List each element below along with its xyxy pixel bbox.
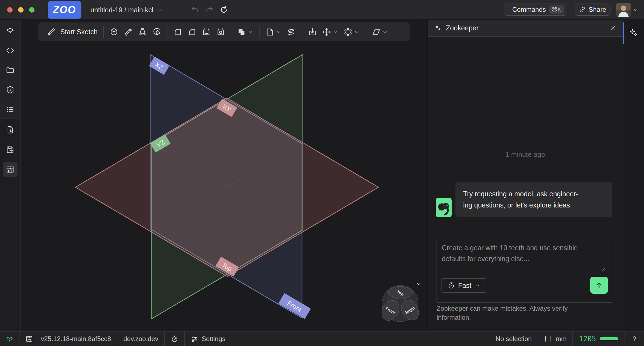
chat-input-divider — [428, 234, 623, 234]
network-status[interactable] — [0, 331, 19, 346]
app-version[interactable]: v25.12.18-main.8af5cc8 — [39, 331, 117, 346]
sidebar-item-make[interactable] — [3, 162, 18, 177]
plane-button[interactable] — [263, 25, 284, 39]
help-label: ? — [632, 335, 636, 343]
parallelogram-icon — [372, 27, 381, 37]
move-arrows-icon — [322, 27, 331, 37]
undo-button[interactable] — [189, 4, 201, 16]
zookeeper-avatar — [436, 198, 452, 217]
loft-icon — [138, 27, 147, 37]
chamfer-button[interactable] — [185, 25, 199, 39]
make-status-button[interactable] — [19, 331, 39, 346]
zoom-window-button[interactable] — [29, 7, 35, 13]
printer-icon — [25, 335, 33, 343]
status-bar: v25.12.18-main.8af5cc8 dev.zoo.dev Setti… — [0, 331, 644, 346]
send-button[interactable] — [590, 277, 608, 294]
commands-label: Commands — [512, 6, 546, 13]
toolbar-divider — [103, 26, 104, 38]
toolbar-divider — [231, 26, 231, 38]
prompt-input-container: Fast — [437, 239, 613, 303]
sketch-plane-icon — [6, 26, 15, 35]
zookeeper-panel-header: Zookeeper — [428, 20, 623, 37]
variable-hexagon-icon: x — [6, 85, 15, 94]
performance-button[interactable] — [165, 331, 184, 346]
chevron-down-icon — [415, 280, 422, 287]
modeling-toolbar: Start Sketch — [38, 22, 410, 41]
chevron-up-icon — [475, 282, 481, 289]
chevron-down-icon — [354, 29, 360, 35]
close-panel-button[interactable] — [609, 25, 616, 31]
share-label: Share — [589, 6, 606, 13]
assistant-message-line1: Try requesting a model, ask engineer- — [463, 188, 605, 200]
gizmo-face-top[interactable]: Top — [388, 286, 412, 299]
revolve-spiral-icon — [152, 27, 161, 37]
helix-button[interactable] — [284, 25, 298, 39]
share-button[interactable]: Share — [575, 4, 611, 16]
stopwatch-icon — [448, 282, 455, 289]
assistant-message-line2: ing questions, or let's explore ideas. — [463, 200, 605, 211]
sweep-button[interactable] — [121, 25, 135, 39]
boolean-button[interactable] — [235, 25, 256, 39]
loft-button[interactable] — [135, 25, 150, 39]
sidebar-item-feature-list[interactable] — [3, 102, 18, 117]
sidebar-item-save[interactable] — [3, 142, 18, 157]
grid-scale-control[interactable]: 1205 — [573, 331, 625, 346]
settings-button[interactable]: Settings — [185, 331, 232, 346]
arrow-up-icon — [595, 281, 603, 289]
sidebar-item-kcl-code[interactable] — [3, 43, 18, 58]
printer-icon — [6, 165, 15, 174]
help-button[interactable]: ? — [625, 331, 644, 346]
list-icon — [6, 105, 15, 114]
sidebar-item-export[interactable] — [3, 122, 18, 137]
pen-icon — [47, 27, 56, 37]
zoo-logo[interactable]: ZOO — [48, 1, 81, 19]
toolbar-divider — [259, 26, 260, 38]
hole-button[interactable] — [213, 25, 228, 39]
chevron-down-icon — [157, 7, 163, 13]
grid-scale-slider[interactable] — [599, 337, 619, 341]
fillet-icon — [173, 27, 183, 37]
prompt-input[interactable] — [442, 242, 597, 275]
fillet-button[interactable] — [171, 25, 185, 39]
redo-button[interactable] — [203, 4, 215, 16]
sidebar-item-modeling[interactable] — [3, 23, 18, 38]
model-selector-button[interactable]: Fast — [441, 278, 487, 293]
gizmo-menu-button[interactable] — [415, 280, 422, 287]
chamfer-icon — [187, 27, 197, 37]
revolve-button[interactable] — [150, 25, 164, 39]
redo-icon — [205, 6, 213, 14]
network-icon — [5, 335, 14, 343]
zoo-design-studio-window: ZOO untitled-19 / main.kcl Commands ⌘K S… — [0, 0, 644, 346]
settings-label: Settings — [202, 335, 226, 343]
move-button[interactable] — [320, 25, 341, 39]
sweep-icon — [124, 27, 133, 37]
save-icon — [6, 145, 15, 154]
assistant-message: Try requesting a model, ask engineer- in… — [455, 182, 612, 217]
construction-plane-button[interactable] — [369, 25, 391, 39]
sidebar-item-variables[interactable]: x — [3, 82, 18, 97]
view-gizmo[interactable]: Top Front Right — [380, 284, 421, 325]
sidebar-item-project-files[interactable] — [3, 63, 18, 77]
zookeeper-panel-title: Zookeeper — [446, 24, 605, 32]
shell-button[interactable] — [199, 25, 213, 39]
zookeeper-rail-button[interactable] — [623, 22, 644, 44]
units-button[interactable]: mm — [538, 331, 572, 346]
user-avatar[interactable] — [616, 3, 631, 17]
pattern-button[interactable] — [341, 25, 362, 39]
insert-button[interactable] — [305, 25, 320, 39]
close-window-button[interactable] — [7, 7, 13, 13]
user-menu-button[interactable] — [632, 7, 639, 13]
minimize-window-button[interactable] — [18, 7, 24, 13]
reload-button[interactable] — [218, 4, 230, 16]
sparkles-icon — [434, 25, 441, 32]
extrude-button[interactable] — [107, 25, 121, 39]
undo-icon — [191, 6, 199, 14]
commands-button[interactable]: Commands ⌘K — [504, 4, 567, 16]
project-menu[interactable]: untitled-19 / main.kcl — [90, 0, 163, 20]
extrude-cube-icon — [109, 27, 119, 37]
modeling-viewport[interactable]: XZ XY YZ Top Front Start Sket — [21, 20, 428, 331]
start-sketch-button[interactable]: Start Sketch — [44, 25, 100, 39]
environment-host[interactable]: dev.zoo.dev — [117, 331, 164, 346]
project-name: untitled-19 / main.kcl — [90, 6, 153, 14]
resize-handle[interactable] — [601, 267, 606, 272]
